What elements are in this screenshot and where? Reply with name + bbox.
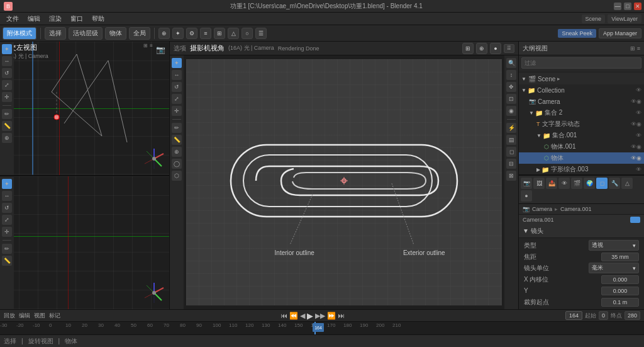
toolbar-icon-3[interactable]: ⚙ xyxy=(186,28,197,39)
center-tool-rotate[interactable]: ↺ xyxy=(172,82,182,92)
app-manager-btn[interactable]: App Manager xyxy=(599,28,641,38)
prop-tab-output[interactable]: 📤 xyxy=(546,178,557,189)
prop-tab-camera[interactable]: 📷 xyxy=(521,178,532,189)
tool-bl-annotate[interactable]: ✏ xyxy=(2,244,12,254)
minimize-button[interactable]: — xyxy=(614,3,621,10)
menu-window[interactable]: 窗口 xyxy=(67,13,87,25)
center-rtool-9[interactable]: ⊟ xyxy=(506,159,516,169)
tree-item-collection[interactable]: ▼ 📁 Collection 👁 xyxy=(519,84,644,96)
scene-selector[interactable]: Scene xyxy=(582,14,606,23)
outliner-filter-btn[interactable]: ⊞ xyxy=(630,45,635,52)
sneak-peek-btn[interactable]: Sneak Peek xyxy=(558,29,596,38)
menu-edit[interactable]: 编辑 xyxy=(24,13,44,25)
start-frame-field[interactable]: 0 xyxy=(599,311,608,320)
prop-tab-material[interactable]: ● xyxy=(521,190,532,202)
tool-annotate[interactable]: ✏ xyxy=(2,109,12,119)
tool-bl-rotate[interactable]: ↺ xyxy=(2,203,12,213)
tool-rotate[interactable]: ↺ xyxy=(2,68,12,78)
tree-hide-text[interactable]: ◉ xyxy=(636,121,641,127)
tree-eye-collection[interactable]: 👁 xyxy=(636,87,641,93)
tool-add[interactable]: ⊕ xyxy=(2,133,12,143)
menu-help[interactable]: 帮助 xyxy=(88,13,108,25)
play-next[interactable]: ▶▶ xyxy=(315,312,325,320)
center-rtool-5[interactable]: ◉ xyxy=(506,106,516,116)
tree-eye-c003[interactable]: 👁 xyxy=(636,166,641,173)
play-prev-frame[interactable]: ⏪ xyxy=(289,312,298,320)
toolbar-icon-6[interactable]: △ xyxy=(228,28,239,39)
toolbar-icon-4[interactable]: ≡ xyxy=(200,28,211,39)
center-tool-measure[interactable]: 📏 xyxy=(172,135,182,145)
render-area[interactable]: ✦ ↔ ↺ ⤢ ✛ ✏ 📏 ⊕ ◯ ⬡ 🔍 ↕ ✥ ⊡ ◉ ⚡ xyxy=(170,55,518,309)
current-frame-field[interactable]: 164 xyxy=(565,311,582,320)
tree-hide-obj001[interactable]: ◉ xyxy=(636,144,641,150)
center-tool-misc2[interactable]: ⬡ xyxy=(172,171,182,181)
lens-section-header[interactable]: ▼ 镜头 xyxy=(519,225,644,238)
prop-tab-view[interactable]: 👁 xyxy=(558,178,570,189)
play-next-frame[interactable]: ⏩ xyxy=(327,312,336,320)
toolbar-active-level[interactable]: 活动层级 xyxy=(69,27,103,40)
timeline-view[interactable]: 视图 xyxy=(34,312,45,320)
tree-eye-obj001[interactable]: 👁 xyxy=(631,144,636,150)
center-rtool-10[interactable]: ⊠ xyxy=(506,171,516,181)
frame-ruler[interactable]: -30 -20 -10 0 10 20 30 40 50 60 70 80 90… xyxy=(0,322,644,334)
tool-move[interactable]: ↔ xyxy=(2,56,12,66)
view-layer-selector[interactable]: ViewLayer xyxy=(608,14,641,23)
lens-shifty-value[interactable]: 0.000 xyxy=(601,287,639,295)
end-frame-field[interactable]: 280 xyxy=(625,311,640,320)
prop-tab-render[interactable]: 🖼 xyxy=(533,178,545,189)
tool-scale[interactable]: ⤢ xyxy=(2,80,12,90)
menu-render[interactable]: 渲染 xyxy=(45,13,65,25)
center-rtool-2[interactable]: ↕ xyxy=(506,70,516,80)
viewport-tl-icon1[interactable]: ⊞ xyxy=(143,43,148,48)
prop-tab-data[interactable]: △ xyxy=(621,178,633,189)
timeline-mode[interactable]: 回放 xyxy=(4,312,15,320)
toolbar-select[interactable]: 选择 xyxy=(45,27,66,40)
center-tool-cursor[interactable]: ✦ xyxy=(172,58,182,68)
tool-bl-measure[interactable]: 📏 xyxy=(2,256,12,266)
tree-item-obj[interactable]: ⬡ 物体 👁 ◉ xyxy=(519,152,644,164)
viewport-top-left[interactable]: 正交左视图 (16A) 光 | Camera 分米 📷 ✦ ↔ ↺ ⤢ ✛ ✏ … xyxy=(0,42,169,176)
close-button[interactable]: ✕ xyxy=(634,3,641,10)
center-viewport-shading[interactable]: ● xyxy=(490,43,501,54)
tool-measure[interactable]: 📏 xyxy=(2,121,12,131)
prop-tab-object[interactable]: ◻ xyxy=(596,178,608,189)
outliner-search-input[interactable] xyxy=(521,57,641,69)
play-prev[interactable]: ◀ xyxy=(300,312,305,320)
tree-item-obj001[interactable]: ⬡ 物体.001 👁 ◉ xyxy=(519,141,644,152)
lens-focal-value[interactable]: 35 mm xyxy=(601,253,639,261)
center-gizmo-btn[interactable]: ⊕ xyxy=(476,43,487,54)
tool-bl-cursor[interactable]: ✦ xyxy=(2,179,12,189)
prop-tab-scene[interactable]: 🎬 xyxy=(571,178,582,189)
toolbar-icon-7[interactable]: ○ xyxy=(242,28,253,39)
toolbar-mode[interactable]: 附体模式 xyxy=(3,27,36,40)
tool-bl-move[interactable]: ↔ xyxy=(2,191,12,201)
tree-item-combine001[interactable]: ▼ 📁 集合.001 👁 xyxy=(519,130,644,141)
menu-file[interactable]: 文件 xyxy=(3,13,23,25)
center-tool-move[interactable]: ↔ xyxy=(172,70,182,80)
viewport-tl-icon2[interactable]: ≡ xyxy=(150,43,153,48)
lens-type-value[interactable]: 透视 ▾ xyxy=(589,240,639,251)
outliner-menu-btn[interactable]: ≡ xyxy=(637,45,640,52)
toolbar-object[interactable]: 物体 xyxy=(105,27,126,40)
center-tool-add[interactable]: ⊕ xyxy=(172,147,182,157)
lens-clip-start-value[interactable]: 0.1 m xyxy=(601,298,639,307)
center-rtool-3[interactable]: ✥ xyxy=(506,82,516,92)
tree-eye-combine2[interactable]: 👁 xyxy=(636,110,641,116)
center-tool-annotate[interactable]: ✏ xyxy=(172,123,182,133)
timeline-marker[interactable]: 标记 xyxy=(49,312,60,320)
center-tool-scale[interactable]: ⤢ xyxy=(172,94,182,104)
cam-name-crumb2[interactable]: Camera.001 xyxy=(560,206,592,212)
camera001-toggle[interactable] xyxy=(630,217,640,223)
toolbar-icon-8[interactable]: ☰ xyxy=(255,28,267,39)
center-rtool-7[interactable]: ▤ xyxy=(506,135,516,145)
center-rtool-1[interactable]: 🔍 xyxy=(506,58,516,68)
center-overlay-btn[interactable]: ⊞ xyxy=(462,43,474,54)
viewport-bottom-left[interactable]: ✦ ↔ ↺ ⤢ ✛ ✏ 📏 xyxy=(0,176,169,310)
tree-item-text-display[interactable]: T 文字显示动态 👁 ◉ xyxy=(519,118,644,130)
prop-tab-modifier[interactable]: 🔧 xyxy=(609,178,620,189)
lens-shiftx-value[interactable]: 0.000 xyxy=(601,275,639,284)
toolbar-icon-1[interactable]: ⊕ xyxy=(158,28,170,39)
play-jump-end[interactable]: ⏭ xyxy=(338,312,345,319)
tree-item-combine2[interactable]: ▼ 📁 集合 2 👁 xyxy=(519,107,644,118)
lens-unit-value[interactable]: 毫米 ▾ xyxy=(589,263,639,273)
